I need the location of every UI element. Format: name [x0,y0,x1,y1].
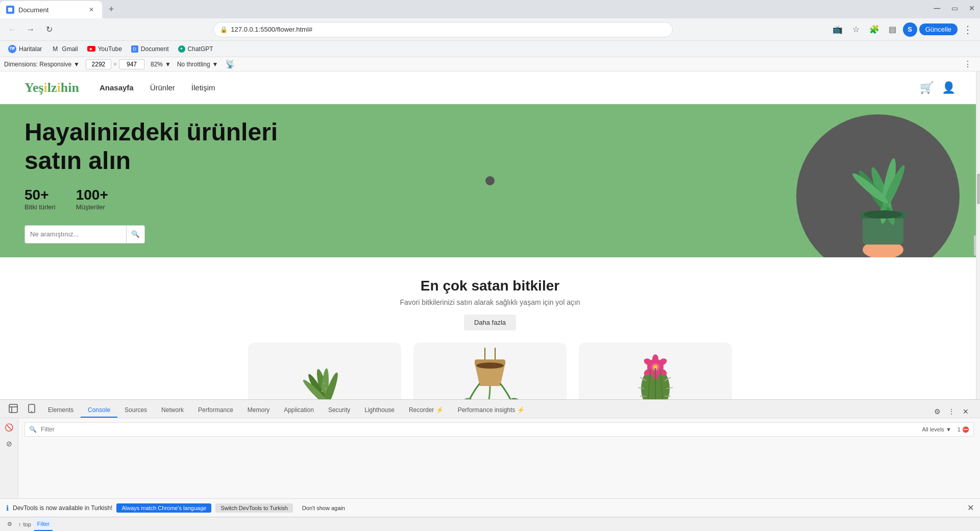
sidebar-button[interactable]: ▤ [885,21,901,38]
devtools-left-panel: 🚫 ⊘ [0,418,18,498]
search-button[interactable]: 🔍 [127,225,145,244]
stat-customers: 100+ Müşteriler [76,187,108,211]
devtools-tab-elements[interactable]: Elements [41,403,81,418]
filter-all[interactable]: All levels ▼ [922,426,951,433]
width-group: × [86,59,144,69]
devtools-tab-console[interactable]: Console [81,403,117,418]
nav-link-iletisim[interactable]: İletişim [191,83,215,92]
nav-right-controls: 📺 ☆ 🧩 ▤ S Güncelle ⋮ [829,21,976,38]
devtools-tab-lighthouse[interactable]: Lighthouse [357,403,402,418]
bookmark-haritalar[interactable]: 🗺 Haritalar [4,43,46,55]
nav-link-anasayfa[interactable]: Anasayfa [100,83,134,92]
logo-accent: i [44,80,47,95]
nav-link-urunler[interactable]: Ürünler [150,83,175,92]
hero-carousel-dot[interactable] [485,176,495,185]
minimize-button[interactable]: ─ [929,0,945,16]
svg-point-42 [652,354,658,364]
product-card-aloe[interactable] [248,343,401,399]
bookmark-button[interactable]: ☆ [848,21,864,38]
status-settings-button[interactable]: ⚙ [4,517,15,531]
devtools-device-button[interactable] [22,400,41,418]
stat-customers-num: 100+ [76,187,108,203]
devtools-clear-button[interactable]: 🚫 [2,420,16,435]
product-card-hanging[interactable] [413,343,567,399]
reload-button[interactable]: ↻ [41,21,57,38]
inspect-icon [9,404,18,413]
bookmark-chatgpt-label: ChatGPT [188,45,213,53]
stat-plants-num: 50+ [24,187,56,203]
chatgpt-favicon: ✦ [178,45,185,53]
console-filter-input[interactable] [41,426,918,433]
close-window-button[interactable]: ✕ [964,0,980,16]
search-input[interactable] [24,225,127,244]
status-top-button[interactable]: ↑ top [15,517,34,531]
scrollbar-thumb[interactable] [977,174,980,204]
bookmark-youtube[interactable]: ▶ YouTube [83,43,126,55]
match-language-button[interactable]: Always match Chrome's language [116,503,211,513]
bookmark-chatgpt[interactable]: ✦ ChatGPT [174,43,217,55]
product-card-cactus[interactable] [579,343,732,399]
update-button[interactable]: Güncelle [919,23,958,35]
devtools-tab-sources[interactable]: Sources [117,403,154,418]
dont-show-button[interactable]: Don't show again [297,503,350,513]
address-bar[interactable]: 🔒 127.0.0.1:5500/flower.html# [213,22,673,37]
cart-icon[interactable]: 🛒 [920,81,934,94]
user-icon[interactable]: 👤 [942,81,955,94]
device-icon [28,404,36,413]
aloe-illustration [279,348,371,399]
dimensions-label: Dimensions: Responsive [4,61,71,68]
sensors-button[interactable]: 📡 [224,58,236,70]
plant-svg [827,114,939,257]
menu-button[interactable]: ⋮ [960,21,976,38]
devtools-more-tabs-button[interactable]: ⋮ [945,405,958,418]
devtools-filter-button[interactable]: ⊘ [2,437,16,451]
dim-x-separator: × [113,61,117,68]
svg-rect-51 [9,404,17,413]
height-input[interactable] [119,59,144,69]
forward-button[interactable]: → [22,21,39,38]
switch-turkish-button[interactable]: Switch DevTools to Turkish [215,503,292,513]
devtools-tab-perf-insights[interactable]: Performance insights ⚡ [451,403,532,418]
devtools-tab-memory[interactable]: Memory [240,403,277,418]
back-button[interactable]: ← [4,21,20,38]
top-icon: ↑ [18,521,21,527]
extensions-button[interactable]: 🧩 [866,21,883,38]
throttle-label: No throttling [177,61,210,68]
devtools-content: 🚫 ⊘ 🔍 All levels ▼ 1 ⛔ [0,418,980,498]
profile-button[interactable]: S [903,22,917,37]
devtools-close-button[interactable]: ✕ [960,405,972,418]
devtools-tab-network[interactable]: Network [154,403,191,418]
bookmark-gmail[interactable]: M Gmail [47,43,82,55]
status-filter-active[interactable]: Filter [34,517,53,531]
tab-close-button[interactable]: ✕ [87,5,96,14]
page-area: Yeşilzihin Anasayfa Ürünler İletişim 🛒 👤 [0,71,980,399]
more-button[interactable]: Daha fazla [464,315,516,330]
bookmark-youtube-label: YouTube [98,45,122,53]
svg-point-19 [325,388,327,390]
devtools-more-button[interactable]: ⋮ [960,57,976,73]
devtools-tab-application[interactable]: Application [277,403,321,418]
notification-text: DevTools is now available in Turkish! [13,504,112,512]
throttle-arrow: ▼ [212,61,218,68]
settings-icon: ⚙ [7,521,12,527]
width-input[interactable] [86,59,111,69]
page-scrollbar[interactable] [976,71,980,399]
devtools-tab-security[interactable]: Security [321,403,357,418]
maximize-button[interactable]: ▭ [946,0,963,16]
new-tab-button[interactable]: + [104,2,118,16]
products-grid [24,343,955,399]
active-tab[interactable]: Document ✕ [0,1,102,18]
filter-1-error[interactable]: 1 ⛔ [958,426,969,433]
cast-button[interactable]: 📺 [829,21,846,38]
devtools-settings-button[interactable]: ⚙ [931,405,943,418]
devtools-tab-performance[interactable]: Performance [191,403,240,418]
svg-point-28 [510,397,522,399]
navigation-bar: ← → ↻ 🔒 127.0.0.1:5500/flower.html# 📺 ☆ … [0,18,980,41]
bookmark-document[interactable]: D Document [127,43,173,55]
devtools-tab-recorder[interactable]: Recorder ⚡ [402,403,451,418]
devtools-scrollbar-thumb[interactable] [974,235,976,256]
console-empty-state [24,440,974,448]
devtools-inspect-button[interactable] [4,400,22,418]
notification-close-button[interactable]: ✕ [967,503,974,513]
zoom-group: 82% ▼ [151,61,171,68]
